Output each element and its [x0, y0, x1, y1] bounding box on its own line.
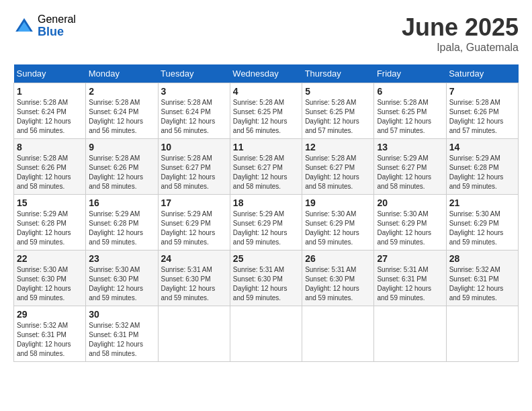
logo-blue: Blue [38, 26, 76, 39]
day-info: Sunrise: 5:32 AM Sunset: 6:31 PM Dayligh… [89, 321, 154, 359]
calendar-day-cell: 9 Sunrise: 5:28 AM Sunset: 6:26 PM Dayli… [86, 139, 158, 195]
logo: General Blue [13, 13, 76, 38]
day-number: 21 [449, 197, 515, 208]
day-info: Sunrise: 5:28 AM Sunset: 6:27 PM Dayligh… [161, 154, 227, 191]
day-number: 10 [161, 142, 227, 152]
day-number: 23 [89, 253, 154, 264]
day-number: 17 [161, 197, 227, 208]
day-number: 12 [305, 142, 371, 152]
calendar-day-cell: 26 Sunrise: 5:31 AM Sunset: 6:30 PM Dayl… [302, 250, 374, 306]
calendar-day-cell: 3 Sunrise: 5:28 AM Sunset: 6:24 PM Dayli… [158, 83, 230, 139]
day-info: Sunrise: 5:29 AM Sunset: 6:27 PM Dayligh… [377, 154, 443, 191]
calendar-week-row: 1 Sunrise: 5:28 AM Sunset: 6:24 PM Dayli… [14, 83, 519, 139]
calendar-day-cell: 2 Sunrise: 5:28 AM Sunset: 6:24 PM Dayli… [86, 83, 158, 139]
calendar-day-cell: 13 Sunrise: 5:29 AM Sunset: 6:27 PM Dayl… [374, 139, 446, 195]
day-info: Sunrise: 5:30 AM Sunset: 6:29 PM Dayligh… [449, 210, 515, 247]
calendar-day-cell: 29 Sunrise: 5:32 AM Sunset: 6:31 PM Dayl… [14, 306, 86, 362]
calendar-day-cell: 8 Sunrise: 5:28 AM Sunset: 6:26 PM Dayli… [14, 139, 86, 195]
day-info: Sunrise: 5:28 AM Sunset: 6:26 PM Dayligh… [449, 98, 515, 136]
calendar-day-cell: 5 Sunrise: 5:28 AM Sunset: 6:25 PM Dayli… [302, 83, 374, 139]
calendar-day-cell: 22 Sunrise: 5:30 AM Sunset: 6:30 PM Dayl… [14, 250, 86, 306]
day-info: Sunrise: 5:30 AM Sunset: 6:29 PM Dayligh… [377, 210, 443, 247]
day-info: Sunrise: 5:28 AM Sunset: 6:24 PM Dayligh… [161, 98, 227, 136]
day-number: 11 [233, 142, 299, 152]
calendar-day-cell: 21 Sunrise: 5:30 AM Sunset: 6:29 PM Dayl… [446, 195, 518, 250]
day-number: 19 [305, 197, 371, 208]
logo-icon [13, 15, 35, 37]
day-info: Sunrise: 5:32 AM Sunset: 6:31 PM Dayligh… [17, 321, 83, 359]
day-info: Sunrise: 5:28 AM Sunset: 6:27 PM Dayligh… [305, 154, 371, 191]
day-number: 25 [233, 253, 299, 264]
empty-cell [302, 306, 374, 362]
column-header-wednesday: Wednesday [230, 64, 302, 83]
day-info: Sunrise: 5:29 AM Sunset: 6:28 PM Dayligh… [17, 210, 83, 247]
day-info: Sunrise: 5:29 AM Sunset: 6:28 PM Dayligh… [449, 154, 515, 191]
day-number: 5 [305, 86, 371, 97]
calendar-day-cell: 12 Sunrise: 5:28 AM Sunset: 6:27 PM Dayl… [302, 139, 374, 195]
day-info: Sunrise: 5:28 AM Sunset: 6:27 PM Dayligh… [233, 154, 299, 191]
day-number: 7 [449, 86, 515, 97]
day-number: 27 [377, 253, 443, 264]
day-number: 8 [17, 142, 83, 152]
calendar-day-cell: 16 Sunrise: 5:29 AM Sunset: 6:28 PM Dayl… [86, 195, 158, 250]
day-number: 14 [449, 142, 515, 152]
calendar-day-cell: 24 Sunrise: 5:31 AM Sunset: 6:30 PM Dayl… [158, 250, 230, 306]
column-header-monday: Monday [86, 64, 158, 83]
day-info: Sunrise: 5:28 AM Sunset: 6:25 PM Dayligh… [377, 98, 443, 136]
logo-text: General Blue [38, 13, 76, 38]
day-info: Sunrise: 5:31 AM Sunset: 6:30 PM Dayligh… [161, 265, 227, 303]
column-header-sunday: Sunday [14, 64, 86, 83]
empty-cell [230, 306, 302, 362]
day-number: 24 [161, 253, 227, 264]
day-number: 22 [17, 253, 83, 264]
day-info: Sunrise: 5:28 AM Sunset: 6:25 PM Dayligh… [305, 98, 371, 136]
calendar-day-cell: 23 Sunrise: 5:30 AM Sunset: 6:30 PM Dayl… [86, 250, 158, 306]
day-info: Sunrise: 5:31 AM Sunset: 6:31 PM Dayligh… [377, 265, 443, 303]
calendar-week-row: 29 Sunrise: 5:32 AM Sunset: 6:31 PM Dayl… [14, 306, 519, 362]
day-number: 3 [161, 86, 227, 97]
calendar-day-cell: 18 Sunrise: 5:29 AM Sunset: 6:29 PM Dayl… [230, 195, 302, 250]
calendar-day-cell: 20 Sunrise: 5:30 AM Sunset: 6:29 PM Dayl… [374, 195, 446, 250]
day-number: 28 [449, 253, 515, 264]
calendar-day-cell: 7 Sunrise: 5:28 AM Sunset: 6:26 PM Dayli… [446, 83, 518, 139]
day-number: 16 [89, 197, 154, 208]
empty-cell [446, 306, 518, 362]
day-info: Sunrise: 5:31 AM Sunset: 6:30 PM Dayligh… [305, 265, 371, 303]
title-block: June 2025 Ipala, Guatemala [402, 13, 519, 54]
calendar-day-cell: 30 Sunrise: 5:32 AM Sunset: 6:31 PM Dayl… [86, 306, 158, 362]
calendar-week-row: 15 Sunrise: 5:29 AM Sunset: 6:28 PM Dayl… [14, 195, 519, 250]
calendar-header-row: SundayMondayTuesdayWednesdayThursdayFrid… [14, 64, 519, 83]
calendar-day-cell: 15 Sunrise: 5:29 AM Sunset: 6:28 PM Dayl… [14, 195, 86, 250]
day-info: Sunrise: 5:31 AM Sunset: 6:30 PM Dayligh… [233, 265, 299, 303]
calendar-day-cell: 19 Sunrise: 5:30 AM Sunset: 6:29 PM Dayl… [302, 195, 374, 250]
calendar-day-cell: 25 Sunrise: 5:31 AM Sunset: 6:30 PM Dayl… [230, 250, 302, 306]
day-number: 29 [17, 309, 83, 320]
day-info: Sunrise: 5:30 AM Sunset: 6:30 PM Dayligh… [89, 265, 154, 303]
calendar-day-cell: 10 Sunrise: 5:28 AM Sunset: 6:27 PM Dayl… [158, 139, 230, 195]
column-header-saturday: Saturday [446, 64, 518, 83]
day-info: Sunrise: 5:28 AM Sunset: 6:24 PM Dayligh… [89, 98, 154, 136]
day-info: Sunrise: 5:29 AM Sunset: 6:28 PM Dayligh… [89, 210, 154, 247]
day-number: 18 [233, 197, 299, 208]
page-header: General Blue June 2025 Ipala, Guatemala [13, 13, 519, 54]
day-number: 30 [89, 309, 154, 320]
calendar-day-cell: 27 Sunrise: 5:31 AM Sunset: 6:31 PM Dayl… [374, 250, 446, 306]
day-number: 15 [17, 197, 83, 208]
day-info: Sunrise: 5:30 AM Sunset: 6:30 PM Dayligh… [17, 265, 83, 303]
column-header-tuesday: Tuesday [158, 64, 230, 83]
logo-general: General [38, 13, 76, 26]
day-number: 2 [89, 86, 154, 97]
day-info: Sunrise: 5:28 AM Sunset: 6:24 PM Dayligh… [17, 98, 83, 136]
calendar-day-cell: 11 Sunrise: 5:28 AM Sunset: 6:27 PM Dayl… [230, 139, 302, 195]
empty-cell [158, 306, 230, 362]
day-info: Sunrise: 5:29 AM Sunset: 6:29 PM Dayligh… [233, 210, 299, 247]
day-info: Sunrise: 5:29 AM Sunset: 6:29 PM Dayligh… [161, 210, 227, 247]
empty-cell [374, 306, 446, 362]
calendar-day-cell: 1 Sunrise: 5:28 AM Sunset: 6:24 PM Dayli… [14, 83, 86, 139]
day-info: Sunrise: 5:30 AM Sunset: 6:29 PM Dayligh… [305, 210, 371, 247]
calendar-day-cell: 28 Sunrise: 5:32 AM Sunset: 6:31 PM Dayl… [446, 250, 518, 306]
calendar-day-cell: 4 Sunrise: 5:28 AM Sunset: 6:25 PM Dayli… [230, 83, 302, 139]
day-number: 4 [233, 86, 299, 97]
column-header-thursday: Thursday [302, 64, 374, 83]
calendar-day-cell: 14 Sunrise: 5:29 AM Sunset: 6:28 PM Dayl… [446, 139, 518, 195]
